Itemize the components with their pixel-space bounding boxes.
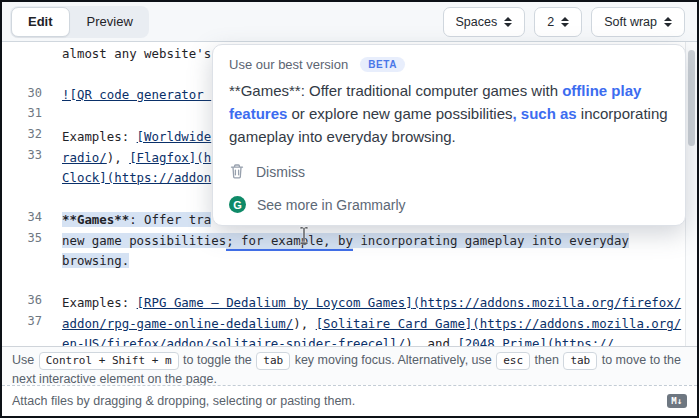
markdown-icon: M↓ — [667, 394, 687, 408]
trash-icon — [229, 163, 245, 180]
popup-title: Use our best version — [229, 57, 348, 72]
toolbar-controls: Spaces 2 Soft wrap — [443, 7, 685, 37]
code-text: almost any website's — [62, 46, 211, 61]
kbd-tab: tab — [563, 352, 597, 370]
editor-scrollbar[interactable] — [685, 42, 697, 346]
edit-preview-tabs: Edit Preview — [10, 6, 149, 38]
editor-window: Edit Preview Spaces 2 Soft wrap almost a… — [0, 0, 699, 418]
markdown-url: (https://addons.mozilla.org/ — [472, 316, 681, 331]
wrap-mode-select[interactable]: Soft wrap — [591, 7, 685, 37]
markdown-link: [Worldwide — [137, 129, 212, 144]
tab-preview[interactable]: Preview — [71, 7, 149, 37]
code-text: ), and — [405, 336, 457, 346]
attach-files-message: Attach files by dragging & dropping, sel… — [12, 394, 355, 408]
code-text: Examples: — [62, 295, 137, 310]
up-down-arrows-icon — [664, 17, 672, 27]
grammarly-icon: G — [229, 196, 246, 213]
code-text-selected: : Offer tra — [129, 212, 211, 227]
code-line[interactable]: 36 — [2, 273, 683, 294]
dismiss-button[interactable]: Dismiss — [229, 163, 305, 180]
up-down-arrows-icon — [561, 17, 569, 27]
code-line[interactable]: addon/rpg-game-online-dedalium/), [Solit… — [2, 315, 683, 336]
markdown-url: addon/rpg-game-online-dedalium/ — [62, 316, 293, 331]
suggestion-change: , such as — [512, 105, 576, 122]
kbd-esc: esc — [496, 352, 530, 370]
code-text: ), — [107, 150, 129, 165]
markdown-image-link: ![QR code generator — [62, 87, 211, 102]
code-text: ), — [293, 316, 315, 331]
indent-mode-select[interactable]: Spaces — [443, 7, 526, 37]
suggestion-text[interactable]: **Games**: Offer traditional computer ga… — [229, 79, 673, 148]
keyboard-help-bar: Use Control + Shift + m to toggle the ta… — [2, 346, 697, 385]
see-more-in-grammarly-link[interactable]: G See more in Grammarly — [229, 196, 406, 213]
suggestion-plain: or explore new game possibilities — [287, 105, 512, 122]
grammarly-suggestion-underline[interactable]: ; for example, by — [226, 233, 353, 251]
code-text: Examples: — [62, 129, 137, 144]
code-line[interactable]: 37 Examples: [RPG Game – Dedalium by Loy… — [2, 294, 683, 315]
help-text: then — [531, 353, 562, 367]
code-line[interactable]: new game possibilities; for example, by … — [2, 232, 683, 253]
attachment-footer[interactable]: Attach files by dragging & dropping, sel… — [2, 385, 697, 416]
markdown-link: [RPG Game – Dedalium by Loycom Games] — [137, 295, 413, 310]
suggestion-plain: **Games**: Offer traditional computer ga… — [229, 82, 562, 99]
popup-header: Use our best version BETA — [229, 57, 405, 72]
markdown-link: Clock](https://addon — [62, 170, 211, 185]
indent-size-select[interactable]: 2 — [534, 7, 582, 37]
markdown-link: radio/ — [62, 150, 107, 165]
code-text-selected: **Games** — [62, 212, 129, 227]
editor-toolbar: Edit Preview Spaces 2 Soft wrap — [2, 2, 697, 42]
scrollbar-thumb[interactable] — [688, 50, 695, 146]
indent-mode-value: Spaces — [456, 15, 498, 29]
code-text-selected: new game possibilities — [62, 233, 226, 248]
up-down-arrows-icon — [504, 17, 512, 27]
code-text-selected: browsing. — [62, 253, 129, 268]
beta-badge: BETA — [360, 57, 405, 72]
grammarly-suggestion-popup: Use our best version BETA **Games**: Off… — [212, 44, 686, 226]
wrap-mode-value: Soft wrap — [604, 15, 657, 29]
markdown-url: en-US/firefox/addon/solitaire-spider-fre… — [62, 336, 405, 346]
tab-edit[interactable]: Edit — [11, 7, 70, 37]
markdown-url: (https:// — [547, 336, 614, 346]
kbd-control-shift-m: Control + Shift + m — [39, 352, 179, 370]
kbd-tab: tab — [256, 352, 290, 370]
dismiss-label: Dismiss — [256, 164, 305, 180]
help-text: to toggle the — [180, 353, 256, 367]
code-line[interactable]: en-US/firefox/addon/solitaire-spider-fre… — [2, 335, 683, 346]
markdown-link: [Solitaire Card Game] — [316, 316, 473, 331]
see-more-label: See more in Grammarly — [257, 197, 406, 213]
markdown-link: [2048 Prime] — [457, 336, 547, 346]
markdown-link: [Flagfox](h — [129, 150, 211, 165]
markdown-url: (https://addons.mozilla.org/firefox/ — [413, 295, 682, 310]
code-text-selected: incorporating gameplay into everyday — [353, 233, 629, 248]
help-text: Use — [12, 353, 38, 367]
code-line[interactable]: browsing. — [2, 252, 683, 273]
help-text: key moving focus. Alternatively, use — [291, 353, 495, 367]
text-cursor — [298, 226, 310, 249]
indent-size-value: 2 — [547, 15, 554, 29]
